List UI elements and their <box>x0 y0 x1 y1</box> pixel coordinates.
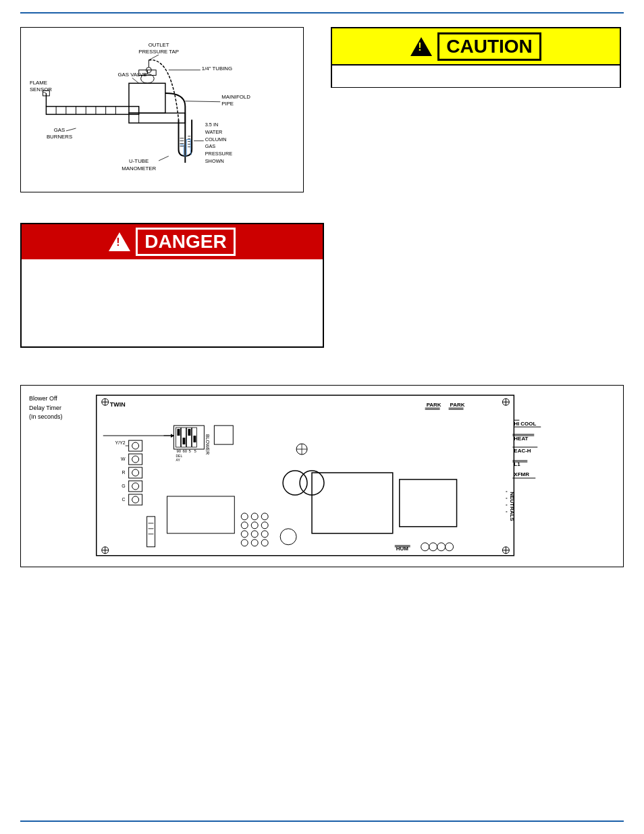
svg-point-149 <box>261 513 268 520</box>
caution-label: CAUTION <box>437 32 541 61</box>
svg-text:90: 90 <box>176 449 181 453</box>
svg-point-152 <box>261 522 268 529</box>
svg-text:EAC-H: EAC-H <box>514 448 531 454</box>
circuit-board-svg: TWIN PARK <box>29 391 615 561</box>
svg-text:COLUMN: COLUMN <box>205 136 227 142</box>
svg-text:PRESSURE TAP: PRESSURE TAP <box>138 49 179 55</box>
svg-text:NEUTRALS: NEUTRALS <box>509 492 515 521</box>
svg-rect-108 <box>129 494 142 505</box>
caution-body <box>332 66 620 87</box>
svg-text:TWIN: TWIN <box>110 401 126 408</box>
svg-text:FLAME: FLAME <box>30 80 47 86</box>
svg-rect-138 <box>147 517 155 547</box>
danger-label: DANGER <box>136 228 235 256</box>
svg-text:5: 5 <box>194 449 196 453</box>
svg-rect-10 <box>129 83 165 113</box>
svg-text:G: G <box>122 484 125 488</box>
svg-point-100 <box>132 456 139 463</box>
svg-rect-116 <box>177 429 180 436</box>
svg-text:C: C <box>122 497 126 502</box>
svg-rect-117 <box>182 438 185 444</box>
svg-text:SHOWN: SHOWN <box>205 158 224 164</box>
svg-text:W: W <box>121 457 126 461</box>
svg-point-146 <box>446 543 454 551</box>
caution-box: CAUTION <box>331 27 621 88</box>
svg-line-52 <box>159 156 169 161</box>
svg-rect-127 <box>214 425 233 444</box>
svg-point-150 <box>241 522 248 529</box>
svg-text:HUM: HUM <box>396 546 409 552</box>
gas-pressure-diagram-box: OUTLET PRESSURE TAP GAS VALVE 1/4" TUBIN… <box>20 27 304 192</box>
svg-point-154 <box>251 531 258 538</box>
svg-text:GAS: GAS <box>54 127 65 133</box>
svg-rect-0 <box>46 107 138 115</box>
caution-header: CAUTION <box>332 28 620 66</box>
svg-point-145 <box>437 543 446 551</box>
svg-point-103 <box>132 469 139 476</box>
svg-text:AY: AY <box>176 458 180 462</box>
svg-text:1/4" TUBING: 1/4" TUBING <box>202 66 232 72</box>
svg-text:GAS VALVE: GAS VALVE <box>117 72 146 78</box>
svg-point-147 <box>241 513 248 520</box>
caution-triangle-icon <box>410 37 432 56</box>
svg-rect-119 <box>193 436 196 442</box>
svg-rect-131 <box>400 479 457 527</box>
svg-point-109 <box>132 496 139 503</box>
svg-text:BLOWER: BLOWER <box>205 434 210 454</box>
svg-text:HI: HI <box>514 421 519 427</box>
svg-line-31 <box>132 78 139 83</box>
svg-point-148 <box>251 513 258 520</box>
diagram-content: OUTLET PRESSURE TAP GAS VALVE 1/4" TUBIN… <box>26 33 298 186</box>
svg-point-158 <box>261 540 268 546</box>
svg-text:WATER: WATER <box>205 129 223 135</box>
svg-text:PARK: PARK <box>450 402 465 408</box>
svg-text:U-TUBE: U-TUBE <box>129 158 149 164</box>
svg-point-143 <box>421 543 429 551</box>
svg-point-153 <box>241 531 248 538</box>
svg-rect-137 <box>167 496 235 533</box>
top-border-line <box>20 12 624 14</box>
svg-point-96 <box>132 442 139 449</box>
svg-point-156 <box>241 540 248 546</box>
svg-line-49 <box>66 128 76 131</box>
svg-rect-102 <box>129 467 142 478</box>
svg-text:5: 5 <box>188 449 191 453</box>
svg-text:Y/Y2: Y/Y2 <box>115 440 126 445</box>
svg-point-144 <box>429 543 437 551</box>
svg-text:60: 60 <box>182 449 187 453</box>
svg-point-157 <box>251 540 258 546</box>
svg-text:COOL: COOL <box>520 421 536 427</box>
danger-header: DANGER <box>22 224 323 259</box>
circuit-board-box: Blower Off Delay Timer (In seconds) TWIN <box>20 385 624 567</box>
danger-body <box>22 259 323 273</box>
svg-text:OUTLET: OUTLET <box>149 42 169 48</box>
svg-point-142 <box>280 529 296 545</box>
svg-text:PRESSURE: PRESSURE <box>205 151 233 157</box>
svg-text:SENSOR: SENSOR <box>30 86 52 93</box>
svg-point-155 <box>261 531 268 538</box>
svg-text:HEAT: HEAT <box>514 436 528 442</box>
svg-line-29 <box>149 55 159 60</box>
svg-point-151 <box>251 522 258 529</box>
svg-text:PIPE: PIPE <box>221 101 234 107</box>
svg-text:PARK: PARK <box>427 402 441 408</box>
svg-text:GAS: GAS <box>205 143 216 149</box>
page-container: OUTLET PRESSURE TAP GAS VALVE 1/4" TUBIN… <box>0 0 644 834</box>
svg-text:MANOMETER: MANOMETER <box>122 165 156 172</box>
svg-text:BURNERS: BURNERS <box>47 134 72 140</box>
bottom-border-line <box>20 820 624 822</box>
svg-rect-118 <box>188 429 190 436</box>
svg-text:XFMR: XFMR <box>514 471 529 477</box>
svg-point-106 <box>132 483 139 490</box>
danger-triangle-icon <box>109 232 130 251</box>
gas-pressure-diagram-svg: OUTLET PRESSURE TAP GAS VALVE 1/4" TUBIN… <box>26 33 298 186</box>
svg-rect-99 <box>129 454 142 465</box>
svg-rect-105 <box>129 481 142 492</box>
svg-rect-95 <box>129 440 142 451</box>
svg-text:MAINIFOLD: MAINIFOLD <box>221 94 250 100</box>
svg-text:3.5 IN: 3.5 IN <box>205 122 219 128</box>
circuit-inner: Blower Off Delay Timer (In seconds) TWIN <box>29 391 615 561</box>
svg-line-36 <box>185 101 220 102</box>
danger-box: DANGER <box>20 223 324 348</box>
svg-text:R: R <box>122 470 126 475</box>
